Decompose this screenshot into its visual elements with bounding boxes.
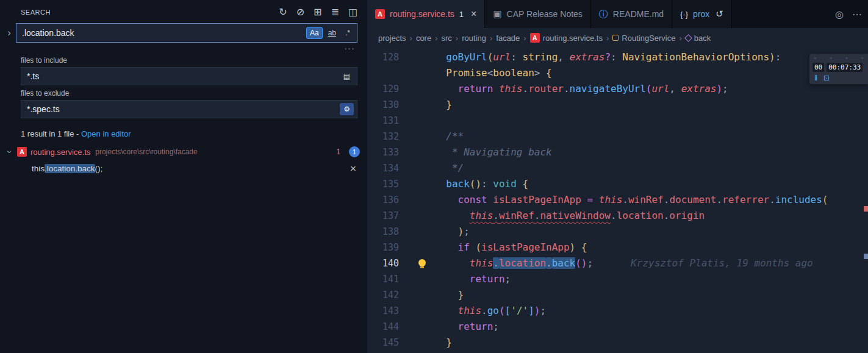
line-gutter[interactable]: [399, 319, 434, 335]
breadcrumb-item-core[interactable]: core: [416, 34, 431, 43]
open-in-editor-link[interactable]: Open in editor: [81, 129, 131, 138]
line-number[interactable]: 137: [367, 208, 399, 224]
line-gutter[interactable]: [399, 65, 434, 81]
line-gutter[interactable]: [399, 144, 434, 160]
split-editor-icon[interactable]: ◎: [835, 9, 844, 20]
collapse-chevron-icon[interactable]: ›: [5, 148, 15, 155]
files-to-exclude-input[interactable]: [27, 104, 338, 114]
line-number[interactable]: [367, 65, 399, 81]
recorder-tool-icon-2[interactable]: ▫: [830, 56, 832, 61]
code-text[interactable]: Promise<boolean> {: [434, 65, 868, 81]
result-file-row[interactable]: › A routing.service.ts projects\core\src…: [0, 143, 367, 160]
code-text[interactable]: return;: [434, 271, 868, 287]
tab-readme-md[interactable]: ⓘREADME.md: [591, 0, 672, 28]
line-gutter[interactable]: [399, 255, 434, 271]
code-text[interactable]: /**: [434, 129, 868, 144]
close-tab-icon[interactable]: ×: [471, 9, 476, 20]
line-number[interactable]: 139: [367, 240, 399, 255]
collapse-all-icon[interactable]: ≣: [331, 7, 339, 17]
recorder-tool-icon-3[interactable]: ▫: [845, 56, 847, 61]
open-new-search-editor-icon[interactable]: ⊞: [314, 7, 321, 17]
breadcrumb-item-projects[interactable]: projects: [378, 34, 406, 43]
refresh-icon[interactable]: ↻: [279, 7, 287, 17]
code-text[interactable]: }: [434, 335, 868, 351]
line-number[interactable]: 143: [367, 303, 399, 319]
breadcrumb-item-facade[interactable]: facade: [496, 34, 520, 43]
line-number[interactable]: 141: [367, 271, 399, 287]
line-number[interactable]: 142: [367, 287, 399, 303]
breadcrumb-item-routing-service-ts[interactable]: Arouting.service.ts: [530, 33, 603, 43]
line-gutter[interactable]: [399, 160, 434, 176]
line-gutter[interactable]: [399, 240, 434, 255]
screenshot-icon[interactable]: ⊡: [823, 74, 830, 82]
code-text[interactable]: goByUrl(url: string, extras?: Navigation…: [434, 49, 868, 65]
open-in-editor-icon[interactable]: ◫: [348, 7, 357, 17]
code-text[interactable]: this.winRef.nativeWindow.location.origin: [434, 208, 868, 224]
line-gutter[interactable]: [399, 129, 434, 144]
result-match-row[interactable]: this.location.back(); ×: [0, 160, 367, 177]
clear-search-results-icon[interactable]: ⊘: [296, 7, 304, 17]
recorder-tool-icon-4[interactable]: ▫: [861, 56, 863, 61]
toggle-search-details[interactable]: ···: [344, 43, 355, 53]
line-gutter[interactable]: [399, 176, 434, 192]
files-to-include-input[interactable]: [27, 71, 338, 81]
code-text[interactable]: this.go(['/']);: [434, 303, 868, 319]
line-gutter[interactable]: [399, 81, 434, 97]
code-text[interactable]: * Navigating back: [434, 144, 868, 160]
breadcrumb-item-routingservice[interactable]: RoutingService: [612, 34, 675, 43]
breadcrumb-item-routing[interactable]: routing: [462, 34, 486, 43]
line-number[interactable]: 136: [367, 192, 399, 208]
line-gutter[interactable]: [399, 287, 434, 303]
lightbulb-icon[interactable]: [418, 259, 426, 266]
code-text[interactable]: }: [434, 287, 868, 303]
line-gutter[interactable]: [399, 224, 434, 240]
search-input[interactable]: [22, 28, 304, 38]
tab-routing-service-ts[interactable]: Arouting.service.ts1×: [367, 0, 485, 28]
dismiss-match-icon[interactable]: ×: [350, 163, 356, 175]
line-number[interactable]: 145: [367, 335, 399, 351]
line-number[interactable]: 128: [367, 49, 399, 65]
code-text[interactable]: [434, 113, 868, 129]
line-gutter[interactable]: [399, 271, 434, 287]
line-number[interactable]: 133: [367, 144, 399, 160]
line-number[interactable]: 144: [367, 319, 399, 335]
regex-toggle[interactable]: .*: [342, 27, 354, 39]
overview-ruler[interactable]: [864, 49, 868, 353]
line-gutter[interactable]: [399, 49, 434, 65]
line-number[interactable]: 132: [367, 129, 399, 144]
line-gutter[interactable]: [399, 303, 434, 319]
match-case-toggle[interactable]: Aa: [306, 27, 323, 39]
line-number[interactable]: 135: [367, 176, 399, 192]
code-text[interactable]: this.location.back();Krzysztof Platis, 1…: [434, 255, 868, 271]
recorder-tool-icon-1[interactable]: ▫: [814, 56, 816, 61]
whole-word-toggle[interactable]: ab: [325, 27, 340, 39]
breadcrumb-item-back[interactable]: back: [686, 34, 711, 43]
code-text[interactable]: */: [434, 160, 868, 176]
line-gutter[interactable]: [399, 97, 434, 113]
toggle-replace-chevron[interactable]: ›: [2, 27, 16, 39]
code-text[interactable]: back(): void {: [434, 176, 868, 192]
search-only-open-editors-icon[interactable]: ▤: [340, 70, 354, 82]
line-number[interactable]: 138: [367, 224, 399, 240]
line-number[interactable]: 131: [367, 113, 399, 129]
line-gutter[interactable]: [399, 113, 434, 129]
tab-restore-icon[interactable]: ↺: [716, 9, 723, 20]
line-number[interactable]: 130: [367, 97, 399, 113]
line-gutter[interactable]: [399, 335, 434, 351]
line-gutter[interactable]: [399, 192, 434, 208]
tab-cap-release-notes[interactable]: ▣CAP Release Notes: [485, 0, 590, 28]
code-text[interactable]: const isLastPageInApp = this.winRef.docu…: [434, 192, 868, 208]
pause-icon[interactable]: ‖: [814, 74, 817, 82]
code-text[interactable]: }: [434, 97, 868, 113]
breadcrumb-item-src[interactable]: src: [442, 34, 452, 43]
more-actions-icon[interactable]: ⋯: [852, 9, 862, 20]
code-text[interactable]: );: [434, 224, 868, 240]
line-number[interactable]: 134: [367, 160, 399, 176]
exclude-settings-gear-icon[interactable]: ⚙: [340, 103, 354, 115]
code-text[interactable]: if (isLastPageInApp) {: [434, 240, 868, 255]
line-number[interactable]: 129: [367, 81, 399, 97]
code-text[interactable]: return;: [434, 319, 868, 335]
code-text[interactable]: return this.router.navigateByUrl(url, ex…: [434, 81, 868, 97]
tab-prox[interactable]: {·}prox↺: [672, 0, 732, 28]
line-number[interactable]: 140: [367, 255, 399, 271]
